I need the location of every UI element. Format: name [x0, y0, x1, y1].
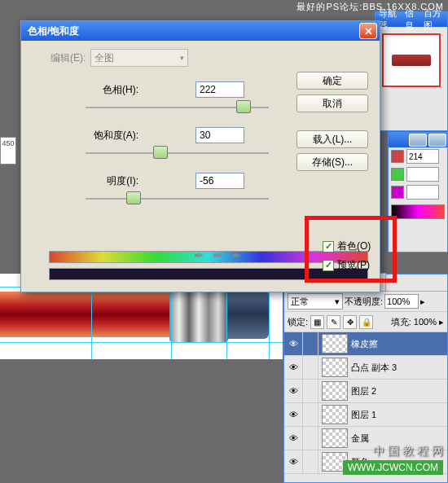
watermark-url: WWW.JCWCN.COM	[343, 460, 443, 475]
layer-row[interactable]: 👁橡皮擦	[284, 332, 447, 356]
light-slider[interactable]	[86, 192, 269, 205]
save-button[interactable]: 存储(S)...	[296, 153, 368, 171]
light-label: 明度(I):	[33, 174, 138, 188]
color-panel: 214	[388, 132, 448, 252]
swatch-magenta[interactable]	[391, 186, 404, 199]
load-button[interactable]: 载入(L)...	[296, 130, 368, 148]
navigator-panel: 导航器 信息 百方图	[375, 11, 448, 131]
navigator-thumb[interactable]	[382, 33, 441, 87]
visibility-eye-icon[interactable]: 👁	[284, 380, 303, 402]
ok-button[interactable]: 确定	[296, 72, 368, 90]
lock-move-icon[interactable]: ✥	[343, 315, 357, 329]
hue-input[interactable]: 222	[195, 81, 244, 98]
chevron-icon[interactable]: ▸	[439, 317, 444, 327]
navigator-tabs[interactable]: 导航器 信息 百方图	[376, 12, 447, 27]
blend-mode[interactable]: 正常▾	[288, 293, 343, 310]
chevron-icon[interactable]: ▸	[420, 296, 425, 307]
layer-thumb	[322, 381, 348, 401]
chevron-down-icon: ▾	[335, 296, 340, 307]
hue-sat-dialog: 色相/饱和度 ✕ 编辑(E): 全图 ▾ 色相(H):222 饱和度(A):30…	[20, 20, 380, 292]
colorize-check[interactable]: ✓着色(O)	[323, 239, 371, 253]
eyedropper-icon[interactable]: ✒	[194, 248, 204, 263]
colorize-label: 着色(O)	[337, 239, 371, 253]
chevron-down-icon: ▾	[180, 54, 184, 62]
layer-name: 图层 1	[351, 409, 376, 421]
layer-row[interactable]: 👁图层 2	[284, 380, 447, 403]
close-button[interactable]: ✕	[359, 23, 377, 39]
watermark-text: 中 国 教 程 网	[373, 444, 443, 459]
lock-brush-icon[interactable]: ✎	[327, 315, 340, 329]
swatch-green[interactable]	[391, 168, 404, 181]
visibility-eye-icon[interactable]: 👁	[284, 356, 303, 379]
result-gradient	[49, 268, 368, 280]
layer-name: 凸点 副本 3	[351, 362, 397, 374]
sat-input[interactable]: 30	[195, 127, 244, 143]
guide-h[interactable]	[0, 342, 283, 343]
color-value-2[interactable]	[406, 167, 439, 182]
visibility-eye-icon[interactable]: 👁	[284, 450, 303, 473]
layer-thumb	[322, 428, 348, 448]
preview-check[interactable]: ✓预览(P)	[323, 258, 371, 272]
pencil-artwork	[0, 287, 269, 342]
hue-label: 色相(H):	[33, 83, 138, 97]
edit-combo-value: 全图	[94, 51, 114, 65]
layer-thumb	[322, 358, 348, 377]
color-value[interactable]: 214	[406, 149, 439, 164]
color-ramp[interactable]	[391, 204, 445, 219]
light-input[interactable]: -56	[195, 173, 244, 189]
color-value-3[interactable]	[406, 185, 439, 200]
visibility-eye-icon[interactable]: 👁	[284, 427, 303, 450]
preview-label: 预览(P)	[337, 258, 370, 272]
visibility-eye-icon[interactable]: 👁	[284, 332, 303, 355]
opacity-input[interactable]: 100%	[384, 294, 419, 309]
visibility-eye-icon[interactable]: 👁	[284, 403, 303, 426]
edit-combo[interactable]: 全图 ▾	[90, 49, 188, 67]
fill-label: 填充:	[391, 316, 411, 328]
titlebar[interactable]: 色相/饱和度 ✕	[21, 21, 380, 41]
layer-row[interactable]: 👁图层 1	[284, 403, 447, 427]
layer-thumb	[322, 334, 348, 353]
lock-label: 锁定:	[288, 316, 308, 328]
ruler-tick: 450	[0, 137, 16, 165]
sat-slider[interactable]	[86, 147, 269, 160]
top-watermark: 最好的PS论坛:BBS.16XX8.COM	[296, 1, 444, 13]
cancel-button[interactable]: 取消	[296, 94, 368, 112]
maximize-icon[interactable]	[428, 134, 446, 147]
sat-label: 饱和度(A):	[33, 129, 138, 143]
dialog-title: 色相/饱和度	[28, 24, 79, 38]
layer-thumb	[322, 405, 348, 424]
lock-all-icon[interactable]: 🔒	[359, 315, 373, 329]
minimize-icon[interactable]	[409, 134, 427, 147]
lock-trans-icon[interactable]: ▦	[310, 315, 324, 329]
opacity-label: 不透明度:	[345, 296, 383, 308]
layer-name: 橡皮擦	[351, 338, 378, 350]
layer-name: 金属	[351, 433, 369, 445]
edit-label: 编辑(E):	[51, 51, 86, 65]
eyedropper-plus-icon[interactable]: ✒	[213, 248, 223, 263]
fill-input[interactable]: 100%	[414, 317, 437, 327]
swatch-red[interactable]	[391, 150, 404, 163]
eyedropper-tools: ✒ ✒ ✒	[194, 248, 242, 263]
layer-name: 图层 2	[351, 385, 376, 397]
close-icon: ✕	[364, 25, 373, 37]
hue-slider[interactable]	[86, 101, 269, 114]
eyedropper-minus-icon[interactable]: ✒	[231, 248, 242, 263]
layer-row[interactable]: 👁凸点 副本 3	[284, 356, 447, 380]
